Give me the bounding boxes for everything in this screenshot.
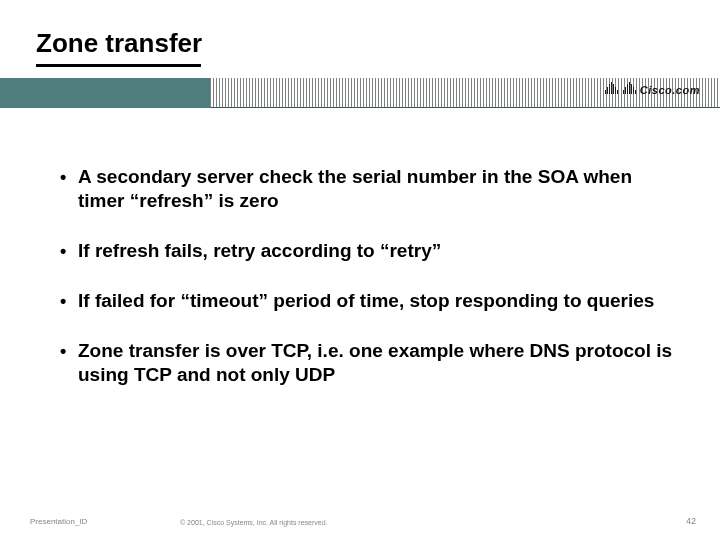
content-area: • A secondary server check the serial nu… (60, 165, 680, 413)
cisco-logo: Cisco.com (605, 82, 700, 96)
bullet-dot-icon: • (60, 339, 78, 363)
cisco-bars-icon (605, 82, 636, 96)
bullet-text: If refresh fails, retry according to “re… (78, 239, 441, 263)
logo-text: Cisco.com (640, 84, 700, 96)
footer-copyright: © 2001, Cisco Systems, Inc. All rights r… (180, 519, 328, 526)
slide-title: Zone transfer (36, 28, 202, 59)
footer: Presentation_ID © 2001, Cisco Systems, I… (30, 516, 696, 526)
list-item: • If failed for “timeout” period of time… (60, 289, 680, 313)
bullet-text: If failed for “timeout” period of time, … (78, 289, 654, 313)
band-solid (0, 78, 210, 108)
bullet-dot-icon: • (60, 239, 78, 263)
bullet-text: Zone transfer is over TCP, i.e. one exam… (78, 339, 680, 387)
footer-id: Presentation_ID (30, 517, 87, 526)
list-item: • A secondary server check the serial nu… (60, 165, 680, 213)
page-number: 42 (686, 516, 696, 526)
list-item: • Zone transfer is over TCP, i.e. one ex… (60, 339, 680, 387)
title-underline (36, 64, 201, 67)
bullet-dot-icon: • (60, 289, 78, 313)
slide: Zone transfer Cisco.com • A secondary se… (0, 0, 720, 540)
list-item: • If refresh fails, retry according to “… (60, 239, 680, 263)
bullet-text: A secondary server check the serial numb… (78, 165, 680, 213)
bullet-dot-icon: • (60, 165, 78, 189)
